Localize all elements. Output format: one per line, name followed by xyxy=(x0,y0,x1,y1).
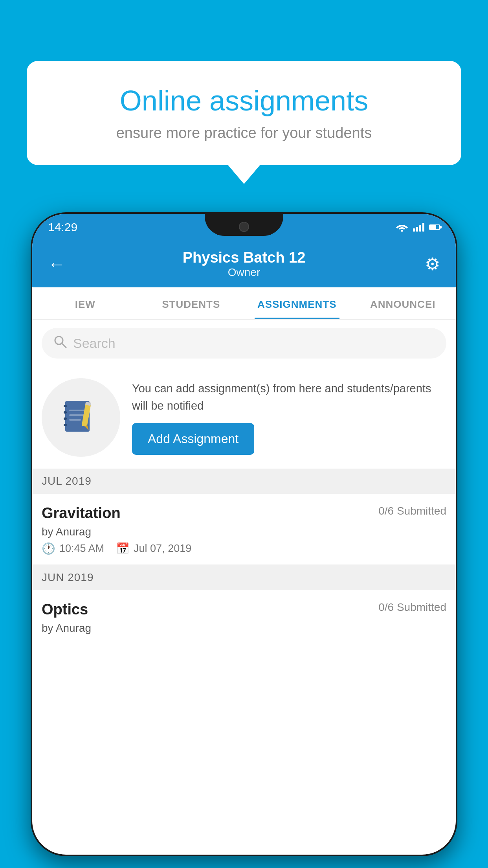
assignment-top-row: Gravitation 0/6 Submitted xyxy=(42,505,446,522)
promo-text: You can add assignment(s) from here and … xyxy=(132,380,444,414)
promo-icon-circle xyxy=(42,378,120,457)
speech-bubble-title: Online assignments xyxy=(54,85,434,117)
svg-point-0 xyxy=(401,230,403,232)
assignment-name-gravitation: Gravitation xyxy=(42,505,121,522)
speech-bubble-subtitle: ensure more practice for your students xyxy=(54,125,434,142)
speech-bubble-container: Online assignments ensure more practice … xyxy=(27,61,461,165)
phone-frame: 14:29 xyxy=(31,212,457,856)
phone-screen: 14:29 xyxy=(32,214,456,855)
section-header-jul: JUL 2019 xyxy=(32,469,456,494)
tab-assignments[interactable]: ASSIGNMENTS xyxy=(244,287,350,319)
assignment-submitted-optics: 0/6 Submitted xyxy=(378,601,446,614)
status-time: 14:29 xyxy=(48,221,77,234)
clock-icon: 🕐 xyxy=(42,542,55,555)
svg-rect-4 xyxy=(64,405,67,407)
search-bar-wrapper: Search xyxy=(32,320,456,366)
section-header-jun: JUN 2019 xyxy=(32,565,456,590)
promo-box: You can add assignment(s) from here and … xyxy=(32,366,456,469)
meta-time-gravitation: 🕐 10:45 AM xyxy=(42,542,104,555)
add-assignment-button[interactable]: Add Assignment xyxy=(132,423,254,455)
assignment-name-optics: Optics xyxy=(42,601,88,618)
svg-rect-6 xyxy=(64,417,67,420)
promo-content: You can add assignment(s) from here and … xyxy=(132,380,444,455)
tab-iew[interactable]: IEW xyxy=(32,287,138,319)
wifi-icon xyxy=(396,223,408,232)
tab-announcements[interactable]: ANNOUNCEI xyxy=(350,287,456,319)
assignment-submitted-gravitation: 0/6 Submitted xyxy=(378,505,446,517)
tabs-bar: IEW STUDENTS ASSIGNMENTS ANNOUNCEI xyxy=(32,287,456,320)
header-title: Physics Batch 12 xyxy=(72,249,416,266)
svg-rect-7 xyxy=(64,424,67,426)
app-header: ← Physics Batch 12 Owner ⚙ xyxy=(32,241,456,287)
header-title-group: Physics Batch 12 Owner xyxy=(72,249,416,279)
search-placeholder: Search xyxy=(73,336,116,351)
search-bar[interactable]: Search xyxy=(42,328,446,359)
speech-bubble: Online assignments ensure more practice … xyxy=(27,61,461,165)
svg-rect-10 xyxy=(69,419,81,421)
calendar-icon: 📅 xyxy=(116,542,130,555)
svg-line-2 xyxy=(62,344,66,348)
assignment-item-optics[interactable]: Optics 0/6 Submitted by Anurag xyxy=(32,590,456,648)
front-camera xyxy=(239,222,249,232)
assignment-date-gravitation: Jul 07, 2019 xyxy=(134,542,191,555)
assignment-meta-gravitation: 🕐 10:45 AM 📅 Jul 07, 2019 xyxy=(42,542,446,555)
settings-button[interactable]: ⚙ xyxy=(416,254,440,274)
svg-rect-9 xyxy=(69,414,85,416)
back-button[interactable]: ← xyxy=(48,254,72,274)
signal-icon xyxy=(413,223,424,232)
search-icon xyxy=(53,335,67,351)
status-icons xyxy=(396,223,440,232)
svg-rect-5 xyxy=(64,411,67,414)
header-subtitle: Owner xyxy=(72,266,416,279)
battery-icon xyxy=(429,224,440,230)
assignment-by-gravitation: by Anurag xyxy=(42,526,446,538)
screen-content: ← Physics Batch 12 Owner ⚙ IEW STUDENTS … xyxy=(32,241,456,855)
meta-date-gravitation: 📅 Jul 07, 2019 xyxy=(116,542,191,555)
phone-notch xyxy=(205,212,283,236)
assignment-item-gravitation[interactable]: Gravitation 0/6 Submitted by Anurag 🕐 10… xyxy=(32,494,456,565)
tab-students[interactable]: STUDENTS xyxy=(138,287,244,319)
assignment-by-optics: by Anurag xyxy=(42,622,446,634)
assignment-time-gravitation: 10:45 AM xyxy=(59,542,104,555)
svg-rect-8 xyxy=(69,410,85,411)
notebook-icon xyxy=(61,398,101,437)
assignment-top-row-optics: Optics 0/6 Submitted xyxy=(42,601,446,618)
